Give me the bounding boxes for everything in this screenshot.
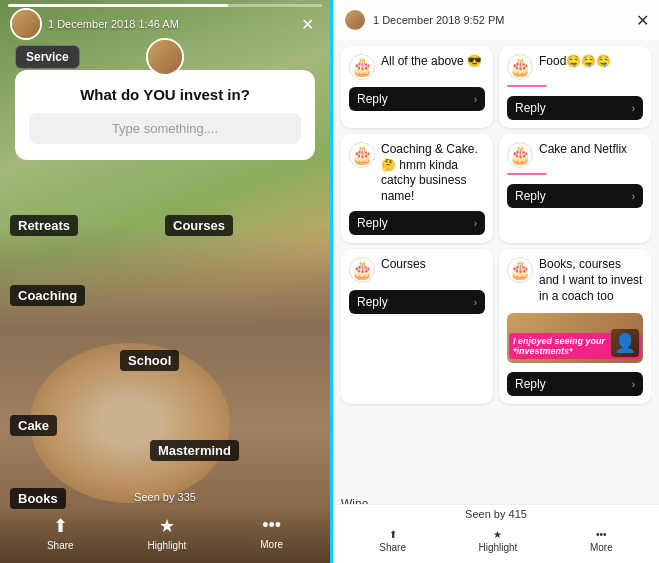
share-button[interactable]: ⬆ Share xyxy=(47,515,74,551)
avatar-image xyxy=(345,10,365,30)
highlight-label: Highlight xyxy=(147,540,186,551)
response-avatar-4: 🎂 xyxy=(507,142,533,168)
cake-emoji-6: 🎂 xyxy=(509,257,531,283)
cake-emoji-4: 🎂 xyxy=(509,142,531,168)
progress-fill xyxy=(8,4,228,7)
reply-button-1[interactable]: Reply › xyxy=(349,87,485,111)
response-avatar-3: 🎂 xyxy=(349,142,375,168)
right-highlight-button[interactable]: ★ Highlight xyxy=(478,529,517,553)
more-label-right: More xyxy=(590,542,613,553)
reply-label-4: Reply xyxy=(515,189,546,203)
cake-emoji-3: 🎂 xyxy=(351,142,373,168)
response-avatar-1: 🎂 xyxy=(349,54,375,80)
label-retreats: Retreats xyxy=(10,215,78,236)
response-top-4: 🎂 Cake and Netflix xyxy=(507,142,643,168)
reply-label-2: Reply xyxy=(515,101,546,115)
reply-button-3[interactable]: Reply › xyxy=(349,211,485,235)
close-button[interactable]: ✕ xyxy=(295,13,320,36)
reply-button-6[interactable]: Reply › xyxy=(507,372,643,396)
avatar-image xyxy=(12,10,40,38)
right-timestamp: 1 December 2018 9:52 PM xyxy=(373,14,636,26)
avatar-image xyxy=(148,40,182,74)
left-story-panel: 1 December 2018 1:46 AM ✕ Service What d… xyxy=(0,0,330,563)
response-card-4: 🎂 Cake and Netflix Reply › xyxy=(499,134,651,243)
response-top-5: 🎂 Courses xyxy=(349,257,485,283)
reply-label-3: Reply xyxy=(357,216,388,230)
response-card-3: 🎂 Coaching & Cake. 🤔 hmm kinda catchy bu… xyxy=(341,134,493,243)
label-coaching: Coaching xyxy=(10,285,85,306)
timestamp: 1 December 2018 1:46 AM xyxy=(48,18,295,30)
response-avatar-5: 🎂 xyxy=(349,257,375,283)
response-avatar-2: 🎂 xyxy=(507,54,533,80)
reply-button-5[interactable]: Reply › xyxy=(349,290,485,314)
reply-button-4[interactable]: Reply › xyxy=(507,184,643,208)
cake-emoji-2: 🎂 xyxy=(509,54,531,80)
large-avatar xyxy=(146,38,184,76)
response-text-3: Coaching & Cake. 🤔 hmm kinda catchy busi… xyxy=(381,142,485,204)
response-text-5: Courses xyxy=(381,257,485,273)
more-label: More xyxy=(260,539,283,550)
response-card-5: 🎂 Courses Reply › xyxy=(341,249,493,404)
label-mastermind: Mastermind xyxy=(150,440,239,461)
more-icon-right: ••• xyxy=(596,529,607,540)
response-top-6: 🎂 Books, courses and I want to invest in… xyxy=(507,257,643,304)
response-top-2: 🎂 Food🤤🤤🤤 xyxy=(507,54,643,80)
right-avatar xyxy=(343,8,367,32)
response-card-1: 🎂 All of the above 😎 Reply › xyxy=(341,46,493,128)
more-icon: ••• xyxy=(262,515,281,536)
pink-line-2 xyxy=(507,85,547,87)
response-text-4: Cake and Netflix xyxy=(539,142,643,158)
chevron-right-icon-5: › xyxy=(474,297,477,308)
responses-list: 🎂 All of the above 😎 Reply › 🎂 Food🤤🤤🤤 R… xyxy=(333,40,659,513)
footer-actions: ⬆ Share ★ Highlight ••• More xyxy=(0,507,330,563)
pink-line-4 xyxy=(507,173,547,175)
question-card: What do YOU invest in? Type something...… xyxy=(15,70,315,160)
highlight-button[interactable]: ★ Highlight xyxy=(147,515,186,551)
share-icon: ⬆ xyxy=(53,515,68,537)
avatar xyxy=(10,8,42,40)
reply-label-5: Reply xyxy=(357,295,388,309)
cake-emoji-1: 🎂 xyxy=(351,54,373,80)
response-card-6: 🎂 Books, courses and I want to invest in… xyxy=(499,249,651,404)
more-button[interactable]: ••• More xyxy=(260,515,283,551)
highlight-label-right: Highlight xyxy=(478,542,517,553)
share-label: Share xyxy=(47,540,74,551)
right-header: 1 December 2018 9:52 PM ✕ xyxy=(333,0,659,40)
chevron-right-icon-4: › xyxy=(632,191,635,202)
chevron-right-icon-2: › xyxy=(632,103,635,114)
seen-count: Seen by 335 xyxy=(0,487,330,507)
right-footer-actions: ⬆ Share ★ Highlight ••• More xyxy=(333,523,659,563)
service-badge: Service xyxy=(15,45,80,69)
response-text-1: All of the above 😎 xyxy=(381,54,485,70)
label-courses: Courses xyxy=(165,215,233,236)
response-card-2: 🎂 Food🤤🤤🤤 Reply › xyxy=(499,46,651,128)
progress-bar xyxy=(8,4,322,7)
response-avatar-6: 🎂 xyxy=(507,257,533,283)
reply-label-1: Reply xyxy=(357,92,388,106)
right-share-button[interactable]: ⬆ Share xyxy=(379,529,406,553)
highlight-icon-right: ★ xyxy=(493,529,502,540)
label-cake: Cake xyxy=(10,415,57,436)
response-text-2: Food🤤🤤🤤 xyxy=(539,54,643,70)
left-footer: Seen by 335 ⬆ Share ★ Highlight ••• More xyxy=(0,487,330,563)
type-input[interactable]: Type something.... xyxy=(29,113,301,144)
response-text-6: Books, courses and I want to invest in a… xyxy=(539,257,643,304)
response-top-1: 🎂 All of the above 😎 xyxy=(349,54,485,80)
response-top-3: 🎂 Coaching & Cake. 🤔 hmm kinda catchy bu… xyxy=(349,142,485,204)
right-seen-count: Seen by 415 xyxy=(333,505,659,523)
right-footer: Seen by 415 ⬆ Share ★ Highlight ••• More xyxy=(333,504,659,563)
reply-label-6: Reply xyxy=(515,377,546,391)
right-more-button[interactable]: ••• More xyxy=(590,529,613,553)
label-school: School xyxy=(120,350,179,371)
highlight-icon: ★ xyxy=(159,515,175,537)
right-close-button[interactable]: ✕ xyxy=(636,11,649,30)
chevron-right-icon-1: › xyxy=(474,94,477,105)
right-story-panel: 1 December 2018 9:52 PM ✕ 🎂 All of the a… xyxy=(330,0,659,563)
chevron-right-icon-3: › xyxy=(474,218,477,229)
cake-emoji-5: 🎂 xyxy=(351,257,373,283)
share-icon-right: ⬆ xyxy=(389,529,397,540)
share-label-right: Share xyxy=(379,542,406,553)
chevron-right-icon-6: › xyxy=(632,379,635,390)
reply-button-2[interactable]: Reply › xyxy=(507,96,643,120)
question-text: What do YOU invest in? xyxy=(29,86,301,103)
